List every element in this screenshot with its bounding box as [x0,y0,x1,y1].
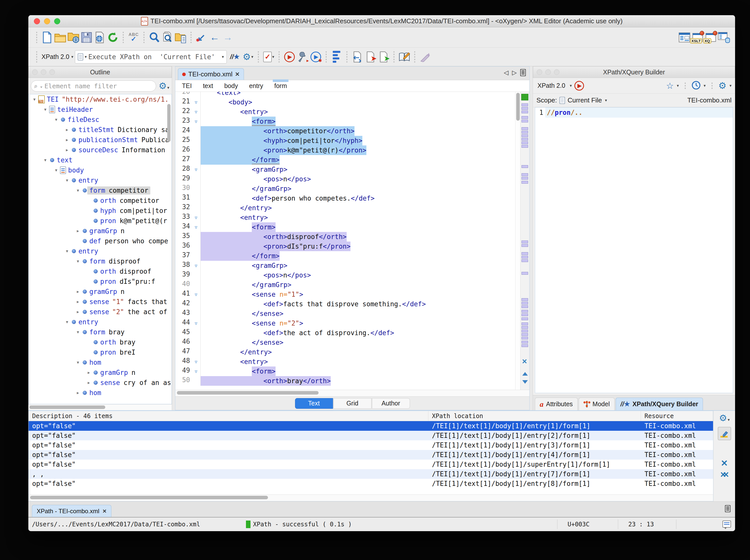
xpath-match-marker[interactable] [521,241,528,243]
outline-item-gramGrp[interactable]: ▶gramGrpn [28,286,172,297]
panel-splitter[interactable] [172,66,175,410]
collapse-icon[interactable]: ▼ [63,249,71,254]
outline-item-entry[interactable]: ▼entry [28,246,172,256]
code-line-24[interactable]: 24<orth>competitor</orth> [175,126,515,136]
outline-item-publicationStmt[interactable]: ▶publicationStmtPublica [28,135,172,145]
xpath-settings-gear-icon[interactable]: ⚙▾ [241,50,255,63]
xpath-match-marker[interactable] [521,326,528,329]
collapse-icon[interactable]: ▼ [74,188,82,193]
code-line-50[interactable]: 50<orth>bray</orth> [175,376,515,386]
outline-item-teiHeader[interactable]: ▼teiHeader [28,104,172,115]
xpath-match-marker[interactable] [521,313,528,316]
code-line-44[interactable]: 44▽<sense n="2"> [175,318,515,328]
outline-item-body[interactable]: ▼body [28,165,172,175]
code-line-42[interactable]: 42<def>facts that disprove something.</d… [175,299,515,309]
result-row[interactable]: opt="false"/TEI[1]/text[1]/body[1]/super… [28,460,713,469]
outline-settings-gear-icon[interactable]: ⚙▾ [159,81,169,91]
result-row[interactable]: opt="false"/TEI[1]/text[1]/body[1]/entry… [28,431,713,440]
forward-icon[interactable]: → [221,31,234,44]
column-description[interactable]: Description - 46 items [28,411,428,421]
fold-toggle-icon[interactable]: ▽ [192,213,201,222]
save-button[interactable] [80,31,93,44]
outline-item-pron[interactable]: pronk@m"petit@(r [28,216,172,226]
code-line-27[interactable]: 27</form> [175,155,515,165]
outline-item-sense[interactable]: ▶sense"2"the act of [28,307,172,317]
previous-marker-icon[interactable] [522,372,528,376]
outline-item-entry[interactable]: ▼entry [28,175,172,185]
code-line-36[interactable]: 36<pron>dIs"pru:f</pron> [175,242,515,251]
scope-value-dropdown[interactable]: Current File [568,96,602,104]
code-line-26[interactable]: 26<pron>k@m"petit@(r)</pron> [175,145,515,155]
open-url-button[interactable] [67,31,80,44]
breadcrumb-item-TEI[interactable]: TEI [182,82,192,89]
save-to-url-button[interactable] [93,31,106,44]
xpath-expression-editor[interactable]: 1 //pron/.. [535,107,733,393]
result-row[interactable]: opt="false"/TEI[1]/text[1]/body[1]/entry… [28,450,713,460]
fold-toggle-icon[interactable]: ▽ [192,289,201,299]
outline-item-form[interactable]: ▼formbray [28,327,172,337]
code-line-38[interactable]: 38▽<gramGrp> [175,261,515,271]
outline-item-pron[interactable]: pronbreI [28,347,172,357]
code-line-41[interactable]: 41▽<sense n="1"> [175,289,515,299]
xpath-match-marker[interactable] [521,317,528,320]
outline-item-hom[interactable]: ▶hom [28,388,172,398]
expand-icon[interactable]: ▶ [85,370,93,375]
previous-editor-icon[interactable]: ◁ [504,69,508,76]
collapse-icon[interactable]: ▼ [41,158,49,162]
outline-item-entry[interactable]: ▼entry [28,317,172,327]
xpath-match-marker[interactable] [521,141,528,144]
expand-icon[interactable]: ▶ [85,380,93,385]
code-line-47[interactable]: 47</entry> [175,347,515,357]
layout-icon[interactable] [678,31,691,44]
fold-toggle-icon[interactable]: ▽ [192,366,201,376]
code-line-20[interactable]: 20<text> [175,92,515,97]
collapse-icon[interactable]: ▼ [52,117,60,122]
fold-toggle-icon[interactable]: ▽ [192,318,201,328]
result-row[interactable]: opt="false"/TEI[1]/text[1]/body[1]/entry… [28,440,713,450]
fold-toggle-icon[interactable]: ▽ [192,97,201,107]
code-line-43[interactable]: 43</sense> [175,309,515,318]
fold-toggle-icon[interactable]: ▽ [192,261,201,271]
next-marker-icon[interactable] [522,380,528,384]
code-line-37[interactable]: 37</form> [175,251,515,261]
code-line-28[interactable]: 28▽<gramGrp> [175,165,515,174]
clear-markers-icon[interactable]: ✕ [522,358,527,365]
mode-button-text[interactable]: Text [295,398,333,409]
outline-item-orth[interactable]: orthcompetitor [28,196,172,206]
expand-icon[interactable]: ▶ [74,309,82,314]
code-line-40[interactable]: 40</gramGrp> [175,280,515,289]
highlight-results-toggle[interactable] [718,427,731,440]
xpath-match-marker[interactable] [521,305,528,308]
xml-refactoring-icon[interactable] [351,50,364,63]
collapse-icon[interactable]: ▼ [74,330,82,334]
xpath-match-marker[interactable] [521,272,528,275]
favorites-star-icon[interactable]: ☆ [666,81,674,91]
outline-item-orth[interactable]: orthbray [28,337,172,347]
outline-item-sourceDesc[interactable]: ▶sourceDescInformation [28,145,172,155]
validate-document-button[interactable]: ▾ [262,50,275,63]
expand-icon[interactable]: ▶ [74,229,82,233]
expand-icon[interactable]: ▶ [63,138,71,142]
find-replace-in-files-button[interactable] [174,31,187,44]
collapse-icon[interactable]: ▼ [63,178,71,183]
editor-horizontal-scrollbar[interactable] [175,390,529,396]
builder-panel-header[interactable]: XPath/XQuery Builder [533,66,735,78]
outline-item-gramGrp[interactable]: ▶gramGrpn [28,367,172,378]
debug-xslt-icon[interactable]: XSLT [691,31,704,44]
outline-item-sense[interactable]: ▶sensecry of an as [28,378,172,388]
code-line-48[interactable]: 48▽<entry> [175,357,515,366]
open-folder-button[interactable] [54,31,67,44]
xpath-builder-toggle-icon[interactable]: //★ [228,50,241,63]
collapse-icon[interactable]: ▼ [52,168,60,173]
result-row[interactable]: opt="false"/TEI[1]/text[1]/body[1]/entry… [28,479,713,488]
execute-xpath-button[interactable]: ▶ [574,81,584,91]
xpath-match-marker[interactable] [521,298,528,301]
breadcrumb-item-text[interactable]: text [203,82,213,89]
xpath-match-marker[interactable] [521,145,528,148]
code-line-31[interactable]: 31<def>person who competes.</def> [175,194,515,203]
outline-item-form[interactable]: ▼formcompetitor [28,185,172,196]
new-document-button[interactable] [40,31,54,44]
apply-transformation-button[interactable]: ▶ [283,50,296,63]
debug-xquery-icon[interactable]: XQ [704,31,717,44]
element-name-filter-input[interactable] [44,82,153,90]
